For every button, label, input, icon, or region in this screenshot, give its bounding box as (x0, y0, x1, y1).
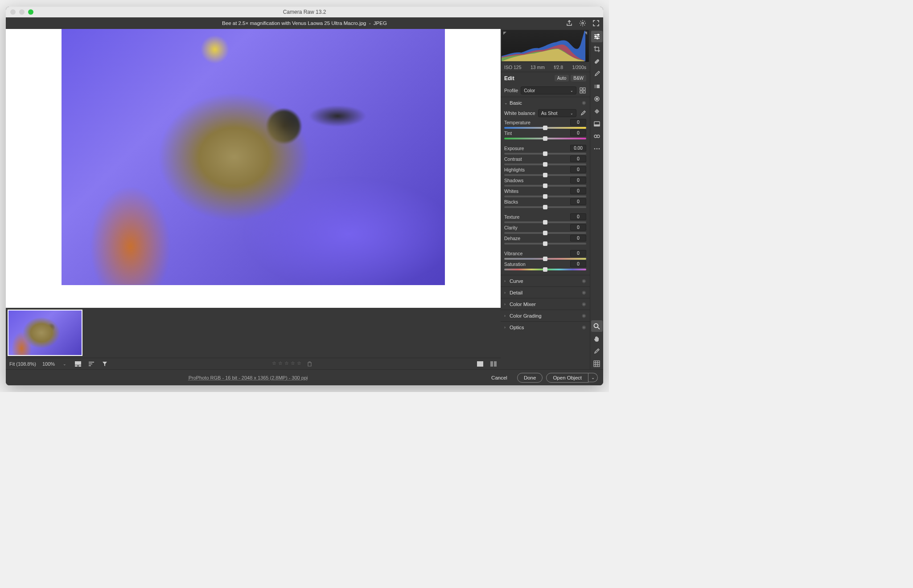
slider-label: Blacks (504, 199, 518, 204)
chevron-right-icon: › (504, 302, 510, 306)
compare-view-icon[interactable] (490, 360, 497, 368)
detail-header[interactable]: ›Detail◉ (501, 287, 590, 298)
texture-slider[interactable]: Texture0 (504, 213, 586, 223)
slider-value[interactable]: 0 (570, 130, 586, 136)
cancel-button[interactable]: Cancel (485, 373, 514, 382)
vibrance-slider[interactable]: Vibrance0 (504, 250, 586, 260)
svg-point-17 (597, 60, 598, 61)
zoom-menu-icon[interactable]: ⌄ (61, 360, 68, 368)
auto-button[interactable]: Auto (555, 75, 569, 82)
profile-browser-icon[interactable] (579, 87, 586, 94)
eyedropper-icon[interactable] (579, 110, 586, 117)
done-button[interactable]: Done (517, 373, 543, 383)
slider-label: Tint (504, 131, 512, 136)
color-mixer-header[interactable]: ›Color Mixer◉ (501, 298, 590, 310)
snapshot-tool-icon[interactable] (591, 118, 603, 130)
visibility-icon[interactable]: ◉ (582, 278, 586, 284)
more-tool-icon[interactable] (591, 143, 603, 155)
gradient-tool-icon[interactable] (591, 81, 603, 92)
svg-rect-7 (580, 88, 582, 90)
open-object-button[interactable]: Open Object (546, 373, 588, 383)
slider-value[interactable]: 0 (570, 166, 586, 173)
slider-value[interactable]: 0 (570, 119, 586, 126)
svg-rect-3 (78, 365, 81, 367)
crop-tool-icon[interactable] (591, 43, 603, 55)
slider-label: Texture (504, 214, 519, 220)
fullscreen-icon[interactable] (592, 20, 600, 27)
rating-stars[interactable]: ☆ ☆ ☆ ☆ ☆ (272, 360, 313, 368)
grid-tool-icon[interactable] (591, 358, 603, 369)
svg-rect-8 (583, 88, 585, 90)
shadows-slider[interactable]: Shadows0 (504, 177, 586, 187)
optics-header[interactable]: ›Optics◉ (501, 322, 590, 333)
blacks-slider[interactable]: Blacks0 (504, 198, 586, 208)
svg-point-16 (596, 61, 597, 62)
output-meta[interactable]: ProPhoto RGB - 16 bit - 2048 x 1365 (2.8… (11, 375, 485, 380)
temperature-slider[interactable]: Temperature0 (504, 119, 586, 129)
svg-rect-2 (75, 365, 78, 367)
brush-tool-icon[interactable] (591, 68, 603, 80)
highlights-slider[interactable]: Highlights0 (504, 166, 586, 176)
star-icon[interactable]: ☆ (291, 360, 295, 368)
basic-header[interactable]: ⌄ Basic ◉ (501, 97, 590, 108)
single-view-icon[interactable] (477, 360, 484, 368)
edit-panel: ◤ ◥ ISO 125 13 mm f/2.8 1/200s Edit Auto (501, 29, 590, 369)
visibility-icon[interactable]: ◉ (582, 324, 586, 330)
slider-value[interactable]: 0 (570, 177, 586, 184)
star-icon[interactable]: ☆ (278, 360, 283, 368)
thumbnail[interactable] (8, 310, 82, 356)
edit-tool-icon[interactable] (591, 31, 603, 42)
visibility-icon[interactable]: ◉ (582, 100, 586, 106)
svg-point-0 (582, 22, 584, 24)
slider-value[interactable]: 0 (570, 213, 586, 220)
exposure-slider[interactable]: Exposure0.00 (504, 145, 586, 155)
slider-value[interactable]: 0 (570, 155, 586, 162)
clarity-slider[interactable]: Clarity0 (504, 224, 586, 234)
grid-view-icon[interactable] (74, 360, 82, 368)
profile-select[interactable]: Color ⌄ (521, 86, 576, 94)
slider-value[interactable]: 0 (570, 188, 586, 194)
saturation-slider[interactable]: Saturation0 (504, 261, 586, 270)
filter-icon[interactable] (101, 360, 108, 368)
presets-tool-icon[interactable] (591, 131, 603, 142)
slider-value[interactable]: 0 (570, 261, 586, 267)
star-icon[interactable]: ☆ (272, 360, 276, 368)
visibility-icon[interactable]: ◉ (582, 301, 586, 307)
image-canvas[interactable] (6, 29, 501, 308)
svg-rect-10 (583, 91, 585, 93)
trash-icon[interactable] (306, 360, 313, 368)
redeye-tool-icon[interactable] (591, 106, 603, 117)
color-grading-header[interactable]: ›Color Grading◉ (501, 310, 590, 321)
slider-label: Whites (504, 188, 518, 194)
bw-button[interactable]: B&W (571, 75, 586, 82)
wb-select[interactable]: As Shot ⌄ (538, 109, 576, 117)
contrast-slider[interactable]: Contrast0 (504, 155, 586, 165)
whites-slider[interactable]: Whites0 (504, 188, 586, 197)
sort-icon[interactable] (88, 360, 95, 368)
basic-section: ⌄ Basic ◉ White balance As Shot ⌄ Tem (501, 97, 590, 275)
slider-value[interactable]: 0 (570, 250, 586, 257)
svg-point-12 (595, 36, 596, 37)
zoom-100[interactable]: 100% (42, 361, 55, 367)
visibility-icon[interactable]: ◉ (582, 313, 586, 318)
dehaze-slider[interactable]: Dehaze0 (504, 235, 586, 245)
slider-value[interactable]: 0 (570, 235, 586, 241)
star-icon[interactable]: ☆ (297, 360, 301, 368)
star-icon[interactable]: ☆ (284, 360, 289, 368)
open-menu-icon[interactable]: ⌄ (588, 373, 598, 382)
sampler-tool-icon[interactable] (591, 345, 603, 357)
slider-value[interactable]: 0 (570, 198, 586, 205)
radial-tool-icon[interactable] (591, 93, 603, 105)
slider-value[interactable]: 0 (570, 224, 586, 231)
slider-value[interactable]: 0.00 (570, 145, 586, 151)
histogram[interactable]: ◤ ◥ (502, 30, 589, 62)
heal-tool-icon[interactable] (591, 56, 603, 67)
zoom-tool-icon[interactable] (591, 320, 603, 332)
settings-icon[interactable] (579, 20, 586, 27)
curve-header[interactable]: ›Curve◉ (501, 275, 590, 286)
zoom-fit[interactable]: Fit (108.8%) (9, 361, 36, 367)
hand-tool-icon[interactable] (591, 333, 603, 344)
visibility-icon[interactable]: ◉ (582, 290, 586, 295)
export-icon[interactable] (566, 20, 573, 27)
tint-slider[interactable]: Tint0 (504, 130, 586, 139)
